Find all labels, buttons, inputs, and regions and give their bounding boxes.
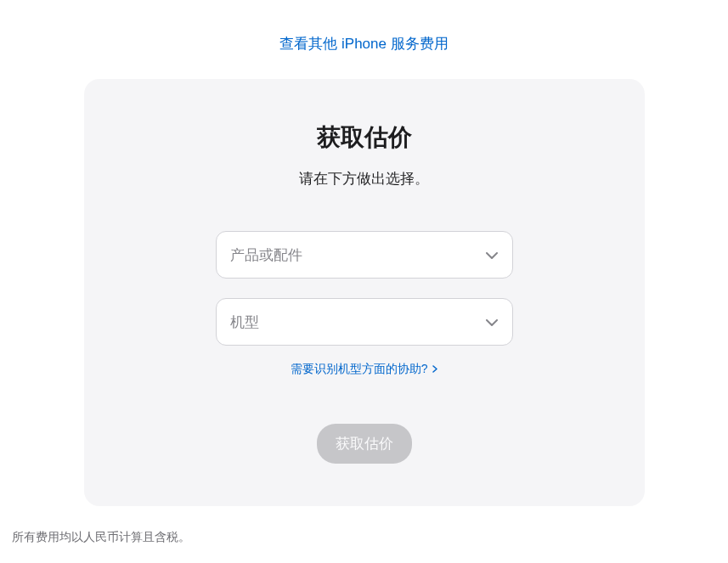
product-select-wrapper: 产品或配件 bbox=[216, 231, 513, 279]
page-container: 查看其他 iPhone 服务费用 获取估价 请在下方做出选择。 产品或配件 机型… bbox=[0, 0, 728, 563]
card-subtitle: 请在下方做出选择。 bbox=[127, 169, 602, 189]
top-link-wrapper: 查看其他 iPhone 服务费用 bbox=[8, 0, 720, 79]
model-select[interactable]: 机型 bbox=[216, 298, 513, 346]
chevron-right-icon bbox=[432, 362, 437, 375]
card-title: 获取估价 bbox=[127, 121, 602, 154]
help-identify-link[interactable]: 需要识别机型方面的协助? bbox=[291, 362, 438, 375]
footer-note-1: 所有费用均以人民币计算且含税。 bbox=[12, 527, 717, 546]
help-link-label: 需要识别机型方面的协助? bbox=[291, 362, 428, 375]
estimate-card: 获取估价 请在下方做出选择。 产品或配件 机型 需要识别机型方面的协助? bbox=[84, 79, 645, 506]
other-services-link[interactable]: 查看其他 iPhone 服务费用 bbox=[279, 36, 448, 52]
help-link-row: 需要识别机型方面的协助? bbox=[127, 361, 602, 377]
get-estimate-button[interactable]: 获取估价 bbox=[317, 424, 412, 464]
product-select[interactable]: 产品或配件 bbox=[216, 231, 513, 279]
footer-notes: 所有费用均以人民币计算且含税。 截至 2023 年 2 月底, 保外电池服务的费… bbox=[12, 527, 717, 563]
model-select-wrapper: 机型 bbox=[216, 298, 513, 346]
